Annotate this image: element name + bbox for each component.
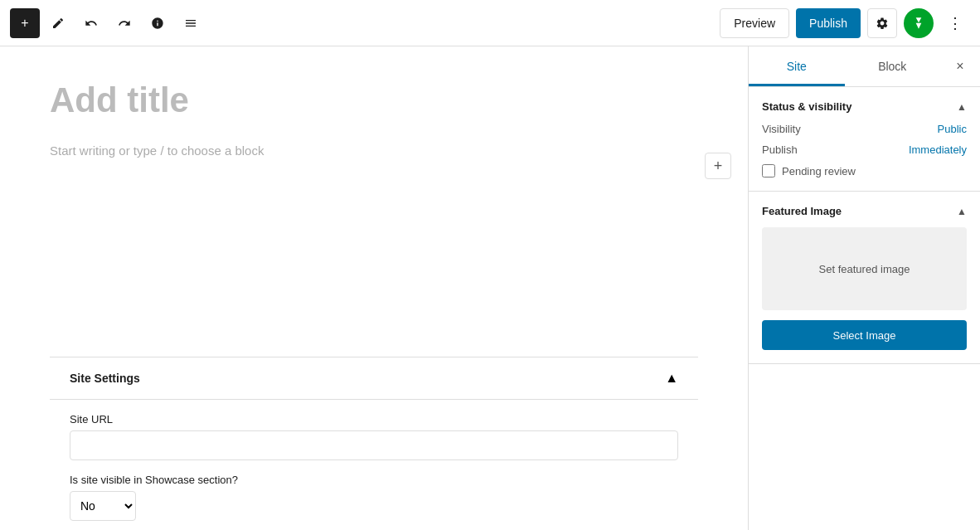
pen-icon[interactable] xyxy=(43,8,73,38)
publish-label: Publish xyxy=(762,143,798,156)
site-url-input[interactable] xyxy=(70,430,678,460)
visibility-label: Visibility xyxy=(762,123,801,135)
editor-content: Start writing or type / to choose a bloc… xyxy=(50,141,698,191)
toolbar: + Preview Publish ⋮ xyxy=(0,0,980,46)
featured-image-chevron: ▲ xyxy=(957,206,967,217)
site-settings-body: Site URL Is site visible in Showcase sec… xyxy=(50,400,698,530)
tab-site[interactable]: Site xyxy=(749,46,845,86)
site-url-label: Site URL xyxy=(70,413,678,425)
undo-button[interactable] xyxy=(76,8,106,38)
tab-block[interactable]: Block xyxy=(845,46,941,86)
featured-image-section: Featured Image ▲ Set featured image Sele… xyxy=(749,192,980,364)
preview-button[interactable]: Preview xyxy=(720,8,789,38)
select-image-button[interactable]: Select Image xyxy=(762,320,967,350)
showcase-visibility-select[interactable]: No Yes xyxy=(70,491,136,521)
info-button[interactable] xyxy=(143,8,172,38)
status-section-chevron: ▲ xyxy=(957,101,967,113)
pending-review-row: Pending review xyxy=(762,164,967,177)
pending-review-label: Pending review xyxy=(782,165,856,177)
featured-image-placeholder: Set featured image xyxy=(819,263,910,275)
avatar-button[interactable] xyxy=(904,8,934,38)
site-settings-header[interactable]: Site Settings ▲ xyxy=(50,357,698,400)
add-block-toolbar-button[interactable]: + xyxy=(10,8,40,38)
site-settings-title: Site Settings xyxy=(70,372,140,385)
add-block-inline-button[interactable]: + xyxy=(705,153,731,179)
showcase-visibility-label: Is site visible in Showcase section? xyxy=(70,474,678,486)
redo-button[interactable] xyxy=(109,8,139,38)
featured-image-title: Featured Image xyxy=(762,205,842,217)
visibility-row: Visibility Public xyxy=(762,123,967,135)
publish-row: Publish Immediately xyxy=(762,143,967,156)
publish-value[interactable]: Immediately xyxy=(909,143,967,156)
featured-image-area[interactable]: Set featured image xyxy=(762,227,967,310)
publish-button[interactable]: Publish xyxy=(796,8,861,38)
more-options-button[interactable]: ⋮ xyxy=(940,8,970,38)
editor-area: Start writing or type / to choose a bloc… xyxy=(0,46,748,530)
settings-button[interactable] xyxy=(867,8,897,38)
status-section-header[interactable]: Status & visibility ▲ xyxy=(762,100,967,113)
list-view-button[interactable] xyxy=(176,8,206,38)
toolbar-right: Preview Publish ⋮ xyxy=(720,8,970,38)
site-settings-collapse-icon: ▲ xyxy=(665,371,678,386)
visibility-value[interactable]: Public xyxy=(938,123,967,135)
status-visibility-section: Status & visibility ▲ Visibility Public … xyxy=(749,87,980,192)
sidebar-tabs: Site Block × xyxy=(749,46,980,87)
content-placeholder: Start writing or type / to choose a bloc… xyxy=(50,143,264,158)
status-section-title: Status & visibility xyxy=(762,100,851,113)
featured-image-header[interactable]: Featured Image ▲ xyxy=(762,205,967,217)
main-area: Start writing or type / to choose a bloc… xyxy=(0,46,980,530)
toolbar-left: + xyxy=(10,8,716,38)
post-title-input[interactable] xyxy=(50,80,698,121)
site-url-group: Site URL xyxy=(70,413,678,460)
site-settings-panel: Site Settings ▲ Site URL Is site visible… xyxy=(50,357,698,530)
close-sidebar-button[interactable]: × xyxy=(940,46,980,86)
showcase-visibility-group: Is site visible in Showcase section? No … xyxy=(70,474,678,521)
sidebar: Site Block × Status & visibility ▲ Visib… xyxy=(748,46,980,530)
pending-review-checkbox[interactable] xyxy=(762,164,775,177)
